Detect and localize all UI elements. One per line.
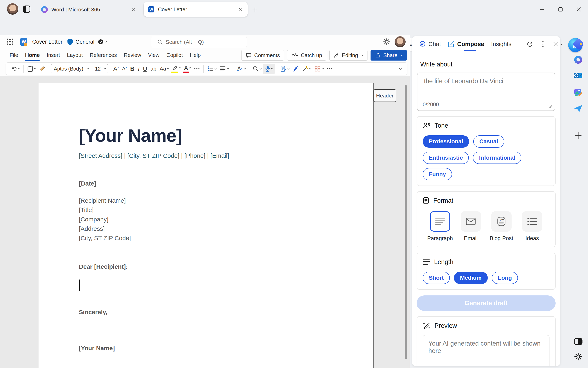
format-paragraph[interactable]: Paragraph [425, 211, 455, 242]
shrink-font-button[interactable]: Aˇ [120, 64, 129, 74]
settings-gear-icon[interactable] [383, 38, 390, 46]
find-button[interactable] [251, 64, 263, 74]
menu-references[interactable]: References [86, 48, 120, 62]
tab-chat[interactable]: Chat [419, 36, 441, 52]
generate-draft-button[interactable]: Generate draft [416, 295, 556, 311]
editing-mode-button[interactable]: Editing [329, 50, 368, 61]
tab-compose[interactable]: Compose [448, 36, 484, 52]
window-minimize-icon[interactable] [536, 5, 548, 13]
doc-closing[interactable]: Sincerely, [79, 309, 108, 316]
sidebar-toggle-icon[interactable] [571, 338, 585, 345]
browser-tab-word-home[interactable]: Word | Microsoft 365 [37, 3, 140, 16]
tone-informational[interactable]: Informational [473, 152, 521, 164]
designer-button[interactable] [291, 64, 300, 74]
editor-button[interactable] [279, 64, 291, 74]
account-avatar[interactable] [395, 36, 406, 47]
outlook-icon[interactable] [571, 72, 585, 81]
close-tab-icon[interactable] [237, 6, 244, 13]
doc-contact-line[interactable]: [Street Address] | [City, ST ZIP Code] |… [79, 152, 229, 159]
window-maximize-icon[interactable] [555, 5, 566, 13]
image-creator-icon[interactable] [571, 88, 585, 97]
align-options-button[interactable] [218, 64, 230, 74]
tone-enthusiastic[interactable]: Enthusiastic [423, 152, 469, 164]
menu-layout[interactable]: Layout [63, 48, 86, 62]
chevron-down-icon [288, 67, 289, 69]
underline-button[interactable]: U [141, 64, 149, 74]
tone-casual[interactable]: Casual [473, 135, 504, 147]
menu-review[interactable]: Review [120, 48, 145, 62]
format-painter-icon[interactable] [37, 64, 47, 74]
tab-insights[interactable]: Insights [491, 36, 511, 52]
comments-button[interactable]: Comments [241, 50, 284, 61]
share-button[interactable]: Share [371, 50, 407, 61]
doc-salutation[interactable]: Dear [Recipient]: [79, 263, 128, 270]
length-short[interactable]: Short [423, 272, 450, 284]
tone-funny[interactable]: Funny [423, 168, 452, 180]
header-section-button[interactable]: Header [373, 89, 396, 102]
kebab-menu-icon[interactable] [541, 40, 545, 48]
highlight-color-button[interactable] [170, 64, 182, 74]
document-title[interactable]: Cover Letter [32, 39, 63, 45]
document-scrollbar[interactable] [405, 85, 407, 359]
window-close-icon[interactable] [573, 5, 585, 13]
new-tab-icon[interactable] [252, 7, 258, 13]
sidebar-settings-gear-icon[interactable] [571, 352, 585, 361]
menu-copilot[interactable]: Copilot [163, 48, 186, 62]
app-launcher-icon[interactable] [6, 37, 14, 46]
menu-home[interactable]: Home [22, 48, 43, 62]
font-color-button[interactable]: A [182, 64, 192, 74]
menu-view[interactable]: View [145, 48, 163, 62]
bullet-list-button[interactable] [205, 64, 218, 74]
undo-button[interactable] [9, 64, 22, 74]
length-medium[interactable]: Medium [454, 272, 488, 284]
chevron-down-icon[interactable] [105, 40, 107, 42]
collapse-ribbon-icon[interactable] [396, 64, 403, 74]
document-page[interactable]: [Your Name] [Street Address] | [City, ST… [39, 83, 374, 368]
microsoft365-sidebar-icon[interactable] [571, 55, 585, 64]
sensitivity-label[interactable]: General [76, 39, 95, 45]
font-size-select[interactable]: 12 [93, 64, 108, 74]
workspaces-icon[interactable] [23, 5, 31, 13]
format-blog-post[interactable]: A Blog Post [486, 211, 517, 242]
write-about-label: Write about [420, 61, 552, 68]
more-font-options-icon[interactable] [192, 64, 202, 74]
format-email[interactable]: Email [455, 211, 486, 242]
write-about-input[interactable]: the life of Leonardo Da Vinci 0/2000 [417, 73, 555, 111]
doc-name-heading[interactable]: [Your Name] [79, 125, 182, 146]
shopping-icon[interactable] [571, 40, 585, 48]
doc-recipient-block[interactable]: [Recipient Name] [Title] [Company] [Addr… [79, 196, 131, 243]
font-name-select[interactable]: Aptos (Body) [51, 64, 91, 74]
doc-signature[interactable]: [Your Name] [79, 345, 115, 352]
auto-rewrite-wand-icon[interactable] [300, 64, 313, 74]
strikethrough-button[interactable]: ab [149, 64, 158, 74]
word-search-box[interactable]: Search (Alt + Q) [151, 37, 247, 47]
length-long[interactable]: Long [492, 272, 518, 284]
styles-button[interactable]: A [234, 64, 247, 74]
format-ideas[interactable]: Ideas [517, 211, 547, 242]
close-panel-icon[interactable] [552, 40, 560, 48]
toolbar-overflow-icon[interactable] [325, 64, 335, 74]
add-sidebar-app-icon[interactable] [571, 131, 585, 139]
browser-tab-cover-letter[interactable]: W Cover Letter [144, 2, 248, 17]
grow-font-button[interactable]: Aˆ [112, 64, 120, 74]
menu-insert[interactable]: Insert [43, 48, 63, 62]
resize-grip-icon[interactable] [547, 104, 552, 108]
close-tab-icon[interactable] [130, 6, 136, 13]
highlight-color-swatch [171, 72, 178, 73]
doc-date-line[interactable]: [Date] [79, 180, 96, 187]
table-grid-button[interactable] [313, 64, 325, 74]
change-case-button[interactable]: Aa [158, 64, 170, 74]
save-status-icon[interactable] [98, 39, 104, 45]
bold-button[interactable]: B [129, 64, 136, 74]
refresh-icon[interactable] [525, 40, 534, 48]
catch-up-button[interactable]: Catch up [287, 50, 326, 61]
paste-button[interactable] [26, 64, 37, 74]
browser-profile-avatar[interactable] [7, 3, 18, 15]
drop-icon[interactable] [571, 104, 585, 112]
dictate-button[interactable] [263, 64, 275, 74]
italic-button[interactable]: I [136, 64, 141, 74]
menu-file[interactable]: File [6, 48, 22, 62]
tone-professional[interactable]: Professional [423, 135, 469, 147]
menu-help[interactable]: Help [186, 48, 204, 62]
chevron-down-icon [227, 67, 229, 69]
